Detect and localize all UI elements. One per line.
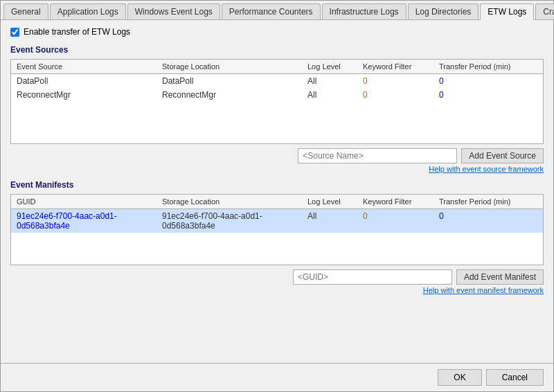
event-manifests-input-row: Add Event Manifest <box>10 269 544 285</box>
guid-input[interactable] <box>293 269 452 285</box>
sections: Event Sources Event Source Storage Locat… <box>10 45 544 356</box>
tab-bar: General Application Logs Windows Event L… <box>1 1 553 20</box>
row-log-level: All <box>306 75 361 87</box>
col-event-source: Event Source <box>15 62 161 71</box>
row-keyword-filter: 0 <box>361 89 438 100</box>
table-row[interactable]: 91ec24e6-f700-4aac-a0d1-0d568a3bfa4e 91e… <box>11 209 543 233</box>
row-log-level-m: All <box>306 211 361 231</box>
dialog-window: General Application Logs Windows Event L… <box>0 0 554 392</box>
table-row[interactable]: DataPoll DataPoll All 0 0 <box>11 74 543 88</box>
event-sources-section: Event Sources Event Source Storage Locat… <box>10 45 544 173</box>
row-storage-location-m: 91ec24e6-f700-4aac-a0d1-0d568a3bfa4e <box>161 211 306 231</box>
enable-etw-checkbox[interactable] <box>10 28 19 37</box>
event-manifests-header: GUID Storage Location Log Level Keyword … <box>11 195 543 209</box>
event-manifests-table: GUID Storage Location Log Level Keyword … <box>10 194 544 265</box>
event-manifests-section: Event Manifests GUID Storage Location Lo… <box>10 180 544 294</box>
row-storage-location: DataPoll <box>161 75 306 87</box>
tab-crash-dumps[interactable]: Crash Dumps <box>535 3 554 19</box>
event-manifests-body: 91ec24e6-f700-4aac-a0d1-0d568a3bfa4e 91e… <box>11 209 543 265</box>
col-storage-location-m: Storage Location <box>161 197 306 206</box>
bottom-bar: OK Cancel <box>1 363 553 391</box>
row-transfer-period: 0 <box>438 89 528 100</box>
col-transfer-period: Transfer Period (min) <box>438 62 528 71</box>
col-keyword-filter: Keyword Filter <box>361 62 438 71</box>
source-name-input[interactable] <box>298 148 457 163</box>
cancel-button[interactable]: Cancel <box>486 369 544 386</box>
row-event-source: ReconnectMgr <box>15 89 161 100</box>
event-sources-title: Event Sources <box>10 45 544 55</box>
col-guid: GUID <box>15 197 161 206</box>
col-log-level-m: Log Level <box>306 197 361 206</box>
event-sources-body: DataPoll DataPoll All 0 0 ReconnectMgr R… <box>11 74 543 143</box>
tab-app-logs[interactable]: Application Logs <box>50 3 126 19</box>
event-sources-input-row: Add Event Source <box>10 148 544 163</box>
col-transfer-period-m: Transfer Period (min) <box>438 197 528 206</box>
add-event-manifest-button[interactable]: Add Event Manifest <box>456 269 544 285</box>
row-event-source: DataPoll <box>15 75 161 87</box>
add-event-source-button[interactable]: Add Event Source <box>461 148 544 163</box>
tab-log-dirs[interactable]: Log Directories <box>408 3 479 19</box>
col-storage-location: Storage Location <box>161 62 306 71</box>
tab-win-event-logs[interactable]: Windows Event Logs <box>127 3 220 19</box>
event-manifests-title: Event Manifests <box>10 180 544 190</box>
row-transfer-period: 0 <box>438 75 528 87</box>
enable-checkbox-row: Enable transfer of ETW Logs <box>10 27 544 37</box>
ok-button[interactable]: OK <box>438 369 481 386</box>
col-log-level: Log Level <box>306 62 361 71</box>
row-storage-location: ReconnectMgr <box>161 89 306 100</box>
tab-infra-logs[interactable]: Infrastructure Logs <box>322 3 406 19</box>
row-keyword-filter: 0 <box>361 75 438 87</box>
tab-general[interactable]: General <box>3 3 48 19</box>
event-sources-table: Event Source Storage Location Log Level … <box>10 59 544 144</box>
col-keyword-filter-m: Keyword Filter <box>361 197 438 206</box>
tab-etw-logs[interactable]: ETW Logs <box>480 3 534 20</box>
row-keyword-filter-m: 0 <box>361 211 438 231</box>
tab-content: Enable transfer of ETW Logs Event Source… <box>1 20 553 363</box>
event-sources-header: Event Source Storage Location Log Level … <box>11 60 543 74</box>
row-log-level: All <box>306 89 361 100</box>
enable-etw-label: Enable transfer of ETW Logs <box>24 27 130 37</box>
row-guid: 91ec24e6-f700-4aac-a0d1-0d568a3bfa4e <box>15 211 161 231</box>
tab-perf-counters[interactable]: Performance Counters <box>222 3 321 19</box>
event-manifest-help-link[interactable]: Help with event manifest framework <box>10 286 544 294</box>
event-source-help-link[interactable]: Help with event source framework <box>10 165 544 173</box>
table-row[interactable]: ReconnectMgr ReconnectMgr All 0 0 <box>11 88 543 102</box>
row-transfer-period-m: 0 <box>438 211 528 231</box>
